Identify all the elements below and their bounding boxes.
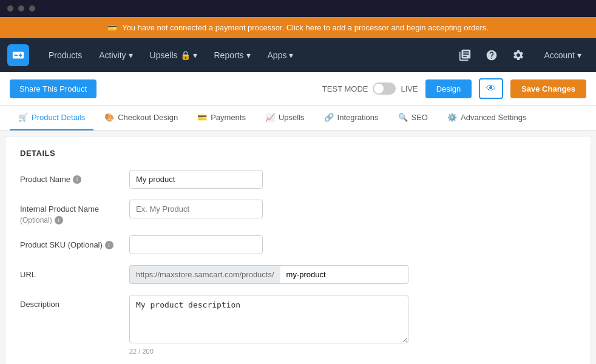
product-sku-row: Product SKU (Optional) i xyxy=(20,235,576,254)
tab-product-details-label: Product Details xyxy=(32,113,85,122)
account-chevron-icon: ▾ xyxy=(577,50,581,60)
tab-payments[interactable]: 💳 Payments xyxy=(189,106,254,130)
main-nav: Products Activity ▾ Upsells 🔒 ▾ Reports … xyxy=(0,38,596,72)
help-icon-button[interactable] xyxy=(483,47,500,64)
tab-advanced-settings-label: Advanced Settings xyxy=(461,113,526,122)
activity-chevron-icon: ▾ xyxy=(129,50,133,60)
tab-upsells[interactable]: 📈 Upsells xyxy=(257,106,313,130)
product-tabs: 🛒 Product Details 🎨 Checkout Design 💳 Pa… xyxy=(0,106,596,131)
nav-upsells-label: Upsells xyxy=(150,50,178,60)
internal-name-control xyxy=(129,200,576,218)
tab-product-details[interactable]: 🛒 Product Details xyxy=(10,106,93,130)
internal-name-label: Internal Product Name (Optional) i xyxy=(20,200,129,224)
url-prefix: https://maxstore.samcart.com/products/ xyxy=(129,265,280,284)
account-label: Account xyxy=(544,50,575,60)
lock-icon: 🔒 xyxy=(180,50,191,60)
tab-advanced-settings[interactable]: ⚙️ Advanced Settings xyxy=(439,106,535,130)
upsells-icon: 📈 xyxy=(265,113,275,122)
product-details-panel: DETAILS Product Name i Internal Product … xyxy=(5,136,591,364)
product-name-row: Product Name i xyxy=(20,170,576,189)
internal-name-info-icon[interactable]: i xyxy=(55,216,63,224)
nav-item-upsells[interactable]: Upsells 🔒 ▾ xyxy=(143,46,205,65)
tab-payments-label: Payments xyxy=(211,113,246,122)
alert-text: You have not connected a payment process… xyxy=(122,23,489,32)
nav-item-reports[interactable]: Reports ▾ xyxy=(207,46,258,65)
tab-integrations-label: Integrations xyxy=(337,113,379,122)
window-dot-red xyxy=(7,5,13,12)
card-icon: 💳 xyxy=(107,23,117,32)
url-control: https://maxstore.samcart.com/products/ xyxy=(129,265,576,284)
description-textarea[interactable]: My product description xyxy=(129,295,408,343)
seo-icon: 🔍 xyxy=(398,113,408,122)
payment-processor-alert[interactable]: 💳 You have not connected a payment proce… xyxy=(0,17,596,38)
page-toolbar: Share This Product TEST MODE LIVE Design… xyxy=(0,72,596,106)
product-sku-input[interactable] xyxy=(129,235,263,254)
char-count: 22 / 200 xyxy=(129,348,576,355)
tab-integrations[interactable]: 🔗 Integrations xyxy=(316,106,387,130)
url-row: URL https://maxstore.samcart.com/product… xyxy=(20,265,576,284)
integrations-icon: 🔗 xyxy=(324,113,334,122)
url-group: https://maxstore.samcart.com/products/ xyxy=(129,265,408,284)
save-changes-button[interactable]: Save Changes xyxy=(510,79,586,98)
nav-logo[interactable] xyxy=(7,44,29,66)
description-label: Description xyxy=(20,295,129,309)
advanced-settings-icon: ⚙️ xyxy=(447,113,457,122)
nav-right: Account ▾ xyxy=(456,46,589,65)
nav-reports-label: Reports xyxy=(214,50,244,60)
nav-item-activity[interactable]: Activity ▾ xyxy=(92,46,140,65)
window-title-bar xyxy=(0,0,596,17)
section-title-details: DETAILS xyxy=(20,149,576,158)
tab-seo[interactable]: 🔍 SEO xyxy=(390,106,436,130)
tab-upsells-label: Upsells xyxy=(279,113,305,122)
product-name-info-icon[interactable]: i xyxy=(73,175,81,184)
logo-icon xyxy=(12,49,25,62)
product-sku-info-icon[interactable]: i xyxy=(105,241,113,249)
design-button[interactable]: Design xyxy=(425,79,472,98)
account-menu[interactable]: Account ▾ xyxy=(537,46,589,65)
checkout-design-icon: 🎨 xyxy=(104,113,114,122)
payments-icon: 💳 xyxy=(197,113,207,122)
settings-icon-button[interactable] xyxy=(510,47,527,64)
library-icon-button[interactable] xyxy=(456,47,473,64)
window-dot-yellow xyxy=(18,5,24,12)
product-name-label: Product Name i xyxy=(20,170,129,184)
test-mode-toggle[interactable] xyxy=(373,83,396,95)
nav-item-apps[interactable]: Apps ▾ xyxy=(260,46,301,65)
url-slug-input[interactable] xyxy=(280,265,408,284)
tab-checkout-design[interactable]: 🎨 Checkout Design xyxy=(96,106,186,130)
nav-links: Products Activity ▾ Upsells 🔒 ▾ Reports … xyxy=(41,46,456,65)
product-sku-control xyxy=(129,235,576,254)
eye-icon: 👁 xyxy=(486,83,496,94)
url-label: URL xyxy=(20,265,129,279)
tab-seo-label: SEO xyxy=(411,113,428,122)
description-control: My product description 22 / 200 xyxy=(129,295,576,355)
upsells-chevron-icon: ▾ xyxy=(193,50,197,60)
test-mode-label: TEST MODE xyxy=(322,84,368,93)
internal-name-input[interactable] xyxy=(129,200,263,218)
nav-apps-label: Apps xyxy=(268,50,287,60)
apps-chevron-icon: ▾ xyxy=(289,50,293,60)
test-mode-group: TEST MODE LIVE xyxy=(322,83,418,95)
nav-activity-label: Activity xyxy=(99,50,126,60)
description-row: Description My product description 22 / … xyxy=(20,295,576,355)
live-label: LIVE xyxy=(401,84,418,93)
preview-button[interactable]: 👁 xyxy=(479,78,503,99)
reports-chevron-icon: ▾ xyxy=(246,50,251,60)
toggle-thumb xyxy=(374,84,384,93)
product-name-input[interactable] xyxy=(129,170,263,189)
nav-item-products[interactable]: Products xyxy=(41,46,89,65)
product-sku-label: Product SKU (Optional) i xyxy=(20,235,129,249)
window-dot-green xyxy=(29,5,35,12)
tab-checkout-design-label: Checkout Design xyxy=(118,113,178,122)
nav-products-label: Products xyxy=(49,50,82,60)
product-name-control xyxy=(129,170,576,189)
product-details-icon: 🛒 xyxy=(18,113,28,122)
share-product-button[interactable]: Share This Product xyxy=(10,79,97,98)
internal-name-row: Internal Product Name (Optional) i xyxy=(20,200,576,224)
